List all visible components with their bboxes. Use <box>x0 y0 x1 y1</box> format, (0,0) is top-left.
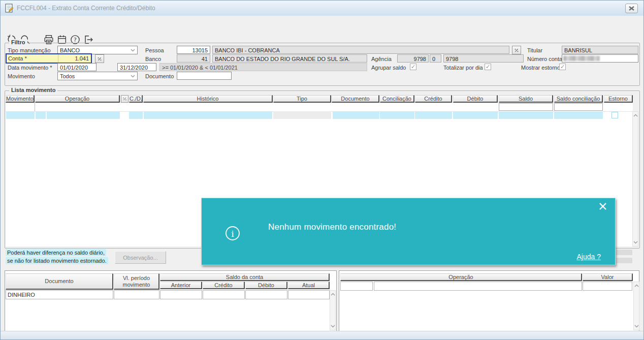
col-documento[interactable]: Documento <box>332 95 379 103</box>
row-anterior-cell[interactable] <box>160 290 202 299</box>
message-dialog: i Nenhum movimento encontrado! Ajuda ? <box>201 198 616 265</box>
col-estorno[interactable]: Estorno <box>604 95 633 103</box>
col-movimento[interactable]: Movimento <box>6 95 35 103</box>
cell-cd[interactable] <box>129 111 143 119</box>
tipo-manutencao-value: BANCO <box>60 47 80 53</box>
cell-historico[interactable] <box>144 111 272 119</box>
agencia-digit-field: 0 <box>430 54 441 63</box>
col-cd[interactable]: C./D. <box>129 95 143 103</box>
movimento-dropdown[interactable]: Todos <box>57 72 138 80</box>
totals-row <box>6 103 633 112</box>
lookup-icon <box>97 56 102 61</box>
agrupar-saldo-checkbox[interactable] <box>410 64 416 70</box>
document-icon <box>5 4 14 13</box>
pessoa-lookup-button[interactable] <box>512 46 521 54</box>
hdr-atual[interactable]: Atual <box>288 282 330 289</box>
hdr-operacao[interactable]: Operação <box>340 273 582 281</box>
row-documento-cell[interactable]: DINHEIRO <box>6 290 113 299</box>
filter-legend: Filtro <box>9 39 27 45</box>
footer-note-line1: Poderá haver diferença no saldo diário, <box>6 249 106 256</box>
window-bottom-edge <box>1 331 643 339</box>
observacao-button[interactable]: Observação... <box>115 251 166 264</box>
banco-code-field: 41 <box>177 54 210 63</box>
totals-saldo-conciliacao-cell <box>554 103 603 111</box>
cell-tipo[interactable] <box>273 111 331 119</box>
row-periodo-cell[interactable] <box>114 290 159 299</box>
cell-credito[interactable] <box>415 111 452 119</box>
operacao-filter-button[interactable] <box>121 95 128 103</box>
mostrar-estorno-label: Mostrar estorno <box>521 65 560 71</box>
documento-input[interactable] <box>177 72 232 80</box>
svg-text:i: i <box>231 229 234 239</box>
cell-debito[interactable] <box>453 111 498 119</box>
conta-lookup-button[interactable] <box>95 54 104 63</box>
hdr-anterior[interactable]: Anterior <box>160 282 202 289</box>
scroll-down-icon[interactable] <box>633 239 638 245</box>
window-title: FCCFL004 - Extrato Conta Corrente Crédit… <box>17 5 155 12</box>
cell-saldo[interactable] <box>499 111 553 119</box>
estorno-checkbox[interactable] <box>611 112 618 118</box>
banco-label: Banco <box>145 56 161 62</box>
dialog-help-link[interactable]: Ajuda ? <box>577 253 601 261</box>
hdr-documento[interactable]: Documento <box>6 273 113 290</box>
mostrar-estorno-checkbox[interactable] <box>559 64 566 70</box>
col-conciliacao[interactable]: Conciliação <box>380 95 414 103</box>
col-saldo-conciliacao[interactable]: Saldo conciliação <box>554 95 603 103</box>
cell-operacao-code[interactable] <box>36 111 46 119</box>
scroll-down-icon[interactable] <box>331 323 335 329</box>
grid-vertical-scrollbar[interactable] <box>632 111 638 246</box>
date-range-hint: >= 01/01/2020 & < 01/01/2021 <box>159 63 367 71</box>
window-close-button[interactable] <box>625 4 638 13</box>
conta-value: 1.041 <box>58 54 91 63</box>
operacoes-scrollbar[interactable] <box>633 282 639 330</box>
hdr-periodo[interactable]: Vl. período movimento <box>114 273 159 290</box>
cell-saldo-conciliacao[interactable] <box>554 111 603 119</box>
info-icon: i <box>225 226 240 241</box>
row-credito-cell[interactable] <box>203 290 245 299</box>
data-movimento-label: Data movimento * <box>8 65 52 71</box>
hdr-credito[interactable]: Crédito <box>203 282 245 289</box>
col-credito[interactable]: Crédito <box>415 95 452 103</box>
scroll-up-icon[interactable] <box>331 291 335 297</box>
close-icon <box>599 202 607 210</box>
conta-field-focused[interactable]: Conta * 1.041 <box>6 53 92 64</box>
cell-documento[interactable] <box>333 111 379 119</box>
selected-row[interactable] <box>6 111 638 119</box>
conta-label: Conta * <box>7 54 58 63</box>
cell-movimento[interactable] <box>6 111 35 119</box>
data-final-input[interactable]: 31/12/2020 <box>117 63 156 71</box>
numero-conta-label: Número conta <box>527 56 562 62</box>
row-debito-cell[interactable] <box>245 290 287 299</box>
row-operacao-code-cell[interactable] <box>340 282 373 291</box>
agencia-number-field: 9798 <box>397 54 429 63</box>
scroll-up-icon[interactable] <box>633 112 638 118</box>
col-debito[interactable]: Débito <box>453 95 498 103</box>
pessoa-code-input[interactable]: 13015 <box>177 46 210 54</box>
movimento-grid-header: Movimento Operação C./D. Histórico Tipo … <box>6 95 638 103</box>
title-bar[interactable]: FCCFL004 - Extrato Conta Corrente Crédit… <box>1 1 643 16</box>
totalizar-por-dia-checkbox[interactable] <box>485 64 491 70</box>
col-tipo[interactable]: Tipo <box>273 95 331 103</box>
totalizar-por-dia-label: Totalizar por dia <box>443 65 483 71</box>
scroll-down-icon[interactable] <box>634 323 639 329</box>
hdr-valor[interactable]: Valor <box>583 273 633 281</box>
row-atual-cell[interactable] <box>288 290 330 299</box>
lista-movimento-legend: Lista movimento <box>9 87 57 93</box>
row-valor-cell[interactable] <box>583 282 632 291</box>
cell-conciliacao[interactable] <box>380 111 414 119</box>
documentos-scrollbar[interactable] <box>330 290 336 330</box>
data-inicial-input[interactable]: 01/01/2020 <box>57 63 96 71</box>
cell-operacao-name[interactable] <box>47 111 120 119</box>
col-operacao[interactable]: Operação <box>35 95 120 103</box>
dialog-message: Nenhum movimento encontrado! <box>268 222 396 232</box>
close-icon <box>629 6 634 11</box>
scroll-up-icon[interactable] <box>634 283 639 289</box>
movimento-value: Todos <box>60 73 75 79</box>
row-operacao-name-cell[interactable] <box>374 282 582 291</box>
col-historico[interactable]: Histórico <box>143 95 273 103</box>
agencia-name-field: 9798 <box>443 54 524 63</box>
chevron-down-icon <box>131 75 135 78</box>
col-saldo[interactable]: Saldo <box>499 95 553 103</box>
dialog-close-button[interactable] <box>598 202 608 212</box>
hdr-debito[interactable]: Débito <box>245 282 287 289</box>
